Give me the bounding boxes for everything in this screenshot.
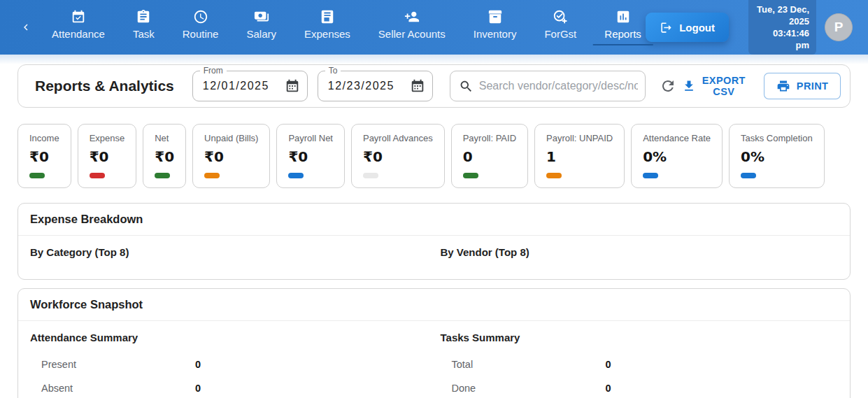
search-input[interactable] <box>479 80 638 92</box>
summary-label: Total <box>452 359 474 370</box>
stat-label: Net <box>155 133 174 143</box>
stat-label: Attendance Rate <box>643 133 711 143</box>
stat-value: 0% <box>741 148 813 165</box>
stat-card-payroll-net: Payroll Net₹0 <box>276 124 345 188</box>
stat-value: ₹0 <box>155 148 174 165</box>
nav-item-label: Attendance <box>52 28 105 40</box>
stat-value: ₹0 <box>90 148 125 165</box>
stat-indicator <box>363 173 378 178</box>
stat-indicator <box>741 173 756 178</box>
datetime-line: 2025 <box>755 15 809 27</box>
workforce-snapshot-body: Attendance SummaryPresent0Absent0 Tasks … <box>18 321 850 398</box>
expense-breakdown-body: By Category (Top 8) By Vendor (Top 8) <box>18 236 850 279</box>
workforce-tasks-heading: Tasks Summary <box>441 332 839 343</box>
nav-item-seller-acounts[interactable]: Seller Acounts <box>378 9 446 45</box>
nav-item-label: Task <box>133 28 155 40</box>
stat-card-payroll-advances: Payroll Advances₹0 <box>351 124 445 188</box>
datetime-display: Tue, 23 Dec,202503:41:46pm <box>748 0 816 55</box>
workforce-attendance-heading: Attendance Summary <box>30 332 434 343</box>
logout-label: Logout <box>679 22 715 34</box>
nav-item-forgst[interactable]: ForGst <box>544 9 576 45</box>
to-date-input[interactable] <box>328 80 410 92</box>
stat-indicator <box>90 173 105 178</box>
stat-value: ₹0 <box>29 148 59 165</box>
print-label: PRINT <box>797 80 829 92</box>
collapse-chevron-left-icon[interactable] <box>20 21 32 34</box>
stat-label: Unpaid (Bills) <box>204 133 258 143</box>
nav-item-label: Reports <box>604 28 641 40</box>
datetime-line: Tue, 23 Dec, <box>755 3 809 15</box>
datetime-line: pm <box>755 39 809 51</box>
calendar-icon[interactable] <box>410 78 425 94</box>
from-date-field[interactable]: From <box>192 71 308 101</box>
expense-breakdown-card: Expense Breakdown By Category (Top 8) By… <box>17 203 851 280</box>
logout-icon <box>660 21 673 34</box>
printer-icon <box>776 79 790 93</box>
stat-indicator <box>155 173 170 178</box>
nav-item-routine[interactable]: Routine <box>183 9 219 45</box>
receipt-icon <box>320 9 335 24</box>
nav-item-salary[interactable]: Salary <box>246 9 276 45</box>
stat-indicator <box>463 173 478 178</box>
nav-item-expenses[interactable]: Expenses <box>304 9 350 45</box>
summary-value: 0 <box>605 359 611 370</box>
to-date-field[interactable]: To <box>318 71 433 101</box>
page-title: Reports & Analytics <box>35 78 174 94</box>
summary-label: Absent <box>41 383 73 394</box>
stat-indicator <box>204 173 220 178</box>
bar-chart-icon <box>616 9 631 24</box>
from-date-input[interactable] <box>203 80 285 92</box>
stat-label: Payroll: PAID <box>463 133 516 143</box>
stat-card-tasks-completion: Tasks Completion0% <box>729 124 825 188</box>
stats-row: Income₹0Expense₹0Net₹0Unpaid (Bills)₹0Pa… <box>17 124 851 188</box>
stat-value: ₹0 <box>288 148 333 165</box>
stat-label: Tasks Completion <box>741 133 813 143</box>
logout-button[interactable]: Logout <box>646 13 729 42</box>
nav-item-reports[interactable]: Reports <box>604 9 641 45</box>
expense-breakdown-title: Expense Breakdown <box>18 204 850 236</box>
print-button[interactable]: PRINT <box>764 73 841 99</box>
stat-card-income: Income₹0 <box>17 124 71 188</box>
nav-item-label: Seller Acounts <box>378 28 446 40</box>
export-csv-button[interactable]: EXPORT CSV <box>676 71 751 101</box>
summary-row: Present0 <box>30 353 201 376</box>
reports-toolbar: Reports & Analytics From To EXPORT CSV P… <box>17 64 851 108</box>
stat-value: 0 <box>463 148 516 165</box>
avatar[interactable]: P <box>825 13 853 41</box>
stat-label: Expense <box>90 133 125 143</box>
stat-indicator <box>29 173 45 178</box>
nav-item-inventory[interactable]: Inventory <box>474 9 517 45</box>
by-vendor-column: By Vendor (Top 8) <box>434 246 839 258</box>
summary-value: 0 <box>605 383 611 394</box>
nav-item-task[interactable]: Task <box>133 9 155 45</box>
search-field[interactable] <box>450 71 646 101</box>
calendar-icon[interactable] <box>285 78 300 94</box>
stat-indicator <box>288 173 304 178</box>
stat-card-unpaid-bills: Unpaid (Bills)₹0 <box>192 124 270 188</box>
top-navbar: AttendanceTaskRoutineSalaryExpensesSelle… <box>0 0 868 55</box>
download-icon <box>682 79 696 93</box>
stat-label: Income <box>29 133 59 143</box>
stat-card-expense: Expense₹0 <box>78 124 137 188</box>
refresh-button[interactable] <box>660 78 676 94</box>
box-icon <box>488 9 503 24</box>
summary-value: 0 <box>195 383 201 394</box>
summary-row: Done0 <box>441 376 611 398</box>
nav-item-label: ForGst <box>544 28 576 40</box>
to-date-label: To <box>325 66 341 76</box>
summary-value: 0 <box>195 359 201 370</box>
search-icon <box>459 79 474 94</box>
by-vendor-heading: By Vendor (Top 8) <box>441 246 839 258</box>
clipboard-icon <box>136 9 151 24</box>
export-csv-label: EXPORT CSV <box>702 75 746 97</box>
stat-value: ₹0 <box>363 148 433 165</box>
calendar-check-icon <box>71 9 86 24</box>
workforce-tasks: Tasks SummaryTotal0Done0 <box>434 332 839 398</box>
stat-card-payroll-paid: Payroll: PAID0 <box>451 124 528 188</box>
workforce-snapshot-card: Workforce Snapshot Attendance SummaryPre… <box>17 288 851 398</box>
datetime-line: 03:41:46 <box>755 27 809 39</box>
by-category-heading: By Category (Top 8) <box>30 246 434 258</box>
stat-value: 1 <box>546 148 613 165</box>
nav-item-attendance[interactable]: Attendance <box>52 9 105 45</box>
nav-item-label: Salary <box>246 28 276 40</box>
